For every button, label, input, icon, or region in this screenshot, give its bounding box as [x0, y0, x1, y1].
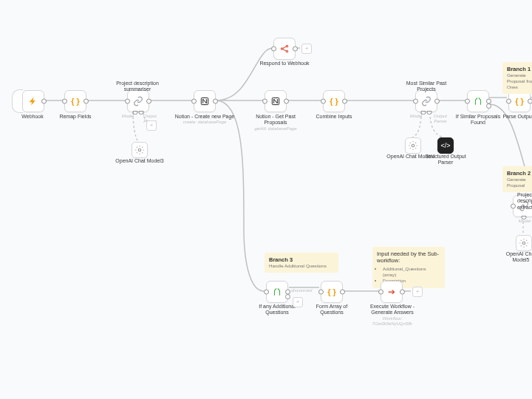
svg-point-7	[522, 242, 525, 245]
branch1-note: Branch 1 Generate Proposal from Ones	[502, 62, 532, 94]
ifsim-label: If Similar Proposals Found	[454, 114, 502, 126]
formarr-node[interactable]: { }	[321, 281, 343, 303]
ifsim-node[interactable]	[467, 90, 489, 112]
getpast-label: Notion - Get Past ProposalsgetAll: datab…	[250, 114, 301, 132]
getpast-node[interactable]	[265, 90, 287, 112]
braces-icon: { }	[71, 98, 80, 106]
notion-icon-2	[270, 96, 281, 106]
chat5-subnode[interactable]	[516, 235, 532, 251]
combine-node[interactable]: { }	[323, 90, 345, 112]
braces-icon-3: { }	[515, 98, 524, 106]
projdesc-label: Project description extractor	[517, 192, 532, 211]
add-after-execwf[interactable]: +	[412, 287, 423, 297]
projdesc-model-port: Model	[516, 219, 532, 224]
chain-icon-2	[421, 96, 432, 106]
braces-icon-4: { }	[327, 288, 336, 296]
webhook-node[interactable]	[22, 90, 44, 112]
soparser-subnode[interactable]: </>	[437, 137, 454, 154]
soparser-label: Structured Output Parser	[424, 154, 467, 166]
svg-point-6	[412, 144, 415, 147]
run-icon: ➔	[388, 287, 395, 297]
chat3-subnode[interactable]	[132, 142, 148, 158]
similar-parser-port: Output Parser	[427, 114, 454, 124]
branch2-note: Branch 2 Generate Proposal	[502, 166, 532, 192]
similar-node[interactable]	[415, 90, 437, 112]
sum-model-port: Model	[120, 114, 135, 119]
chain-icon	[133, 96, 143, 106]
summariser-label: Project description summariser	[114, 81, 161, 93]
chat3-label: OpenAI Chat Model3	[114, 158, 166, 164]
summariser-node[interactable]	[127, 90, 149, 112]
respond-label: Respond to Webhook	[259, 61, 310, 66]
branch-icon-2	[272, 287, 282, 297]
notion-icon	[200, 96, 210, 106]
braces-icon-2: { }	[330, 98, 338, 106]
remap-node[interactable]: { }	[64, 90, 86, 112]
code-icon: </>	[440, 142, 450, 149]
svg-point-3	[286, 45, 287, 47]
svg-point-0	[138, 149, 141, 151]
add-parser-1[interactable]: +	[146, 120, 157, 131]
execwf-node[interactable]: ➔	[381, 281, 403, 303]
ifanyq-node[interactable]	[266, 281, 288, 303]
ifanyq-pin: disconnect	[291, 288, 318, 293]
formarr-label: Form Array of Questions	[306, 304, 358, 316]
add-branch-false[interactable]: +	[293, 297, 303, 307]
trigger-indicator	[12, 89, 23, 113]
workflow-wires	[0, 0, 532, 399]
gear-icon	[134, 145, 145, 155]
parse-label: Parse Output	[499, 114, 532, 120]
chat4-subnode[interactable]	[405, 137, 421, 154]
create-page-node[interactable]	[194, 90, 216, 112]
share-icon	[279, 44, 290, 54]
similar-label: Most Similar Past Projects	[402, 81, 451, 93]
gear-icon-3	[519, 238, 529, 248]
branch3-note: Branch 3 Handle Additional Questions	[265, 253, 338, 273]
execwf-label: Execute Workflow - Generate AnswersWorkf…	[365, 304, 420, 327]
svg-point-4	[286, 50, 287, 52]
webhook-label: Webhook	[16, 114, 49, 120]
create-page-label: Notion - Create new Pagecreate: database…	[174, 114, 235, 126]
bolt-icon	[28, 96, 38, 106]
respond-node[interactable]	[273, 38, 296, 60]
branch-icon	[473, 96, 483, 106]
svg-point-2	[281, 48, 282, 50]
remap-label: Remap Fields	[56, 114, 95, 120]
combine-label: Combine Inputs	[313, 114, 355, 120]
add-after-respond[interactable]: +	[301, 44, 312, 54]
similar-model-port: Model	[408, 114, 424, 119]
chat5-label: OpenAI Chat Model5	[502, 251, 532, 264]
gear-icon-2	[408, 140, 418, 151]
